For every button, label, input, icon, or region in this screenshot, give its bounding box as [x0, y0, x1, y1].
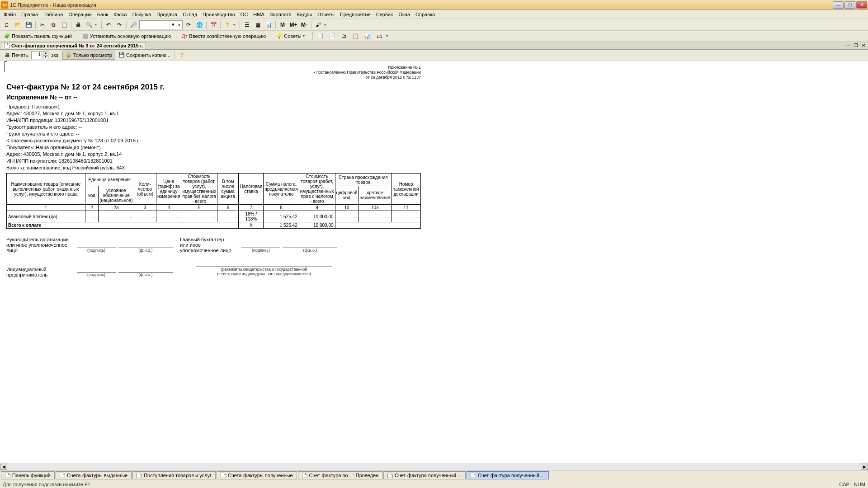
dropdown-icon[interactable]: ▾: [303, 34, 307, 38]
search-icon[interactable]: 🔎: [128, 20, 138, 30]
table-icon[interactable]: ▦: [253, 20, 263, 30]
menu-salary[interactable]: Зарплата: [267, 11, 294, 18]
tab-received-invoices[interactable]: Счета-фактуры полученные: [217, 471, 297, 479]
print-icon[interactable]: 🖶: [73, 20, 83, 30]
report1-icon[interactable]: 📑: [316, 31, 326, 41]
menu-hr[interactable]: Кадры: [294, 11, 315, 18]
combo-clear-icon[interactable]: ×: [176, 22, 182, 28]
combo-arrow-icon[interactable]: ▾: [170, 22, 176, 28]
dropdown-icon[interactable]: ▾: [324, 23, 329, 27]
menu-windows[interactable]: Окна: [396, 11, 413, 18]
dropdown-icon[interactable]: ▾: [386, 34, 391, 38]
invoice-subtitle: Исправление № -- от --: [6, 94, 421, 101]
enter-op-button[interactable]: Дт Ввести хозяйственную операцию: [179, 32, 268, 41]
document-icon: [302, 473, 307, 478]
menu-service[interactable]: Сервис: [373, 11, 396, 18]
save-copy-button[interactable]: 💾 Сохранить копию...: [116, 51, 173, 60]
copy-icon[interactable]: ⧉: [48, 20, 58, 30]
menu-table[interactable]: Таблица: [41, 11, 66, 18]
save-copy-label: Сохранить копию...: [126, 52, 170, 58]
refresh-icon[interactable]: ⟳: [184, 20, 193, 30]
menu-help[interactable]: Справка: [413, 11, 438, 18]
help2-icon[interactable]: ?: [177, 50, 187, 60]
text-cursor: [5, 61, 7, 72]
undo-icon[interactable]: ↶: [104, 20, 113, 30]
tab-invoice-received-1[interactable]: Счет-фактура полученный ...: [383, 471, 466, 479]
document-icon: [387, 473, 393, 478]
menu-stock[interactable]: Склад: [180, 11, 200, 18]
search-combo[interactable]: ▾ ×: [139, 20, 183, 29]
chart-icon[interactable]: 📊: [264, 20, 274, 30]
menu-prod[interactable]: Производство: [200, 11, 238, 18]
horizontal-scrollbar[interactable]: ◀ ▶: [0, 463, 868, 470]
menu-buy[interactable]: Покупка: [130, 11, 154, 18]
new-icon[interactable]: 🗋: [2, 20, 12, 30]
list-icon[interactable]: ☰: [242, 20, 252, 30]
report2-icon[interactable]: 📄: [327, 31, 337, 41]
show-panel-button[interactable]: 🧩 Показать панель функций: [2, 32, 74, 41]
brush-icon[interactable]: 🖌: [313, 20, 323, 30]
document-tab[interactable]: Счет-фактура полученный № 3 от 24 сентяб…: [1, 42, 146, 49]
spin-up-icon[interactable]: ▲: [43, 51, 48, 55]
tab-issued-invoices[interactable]: Счета-фактуры выданные: [56, 471, 132, 479]
menu-bank[interactable]: Банк: [94, 11, 111, 18]
save-icon[interactable]: 💾: [24, 20, 33, 30]
document-icon: [221, 473, 226, 478]
tab-invoice-posted[interactable]: Счет-фактура по…: Проведен: [298, 471, 382, 479]
scroll-right-icon[interactable]: ▶: [861, 464, 868, 470]
spin-down-icon[interactable]: ▼: [43, 55, 48, 59]
copies-input[interactable]: 1: [31, 51, 42, 59]
mdi-close-icon[interactable]: ✕: [860, 42, 867, 49]
menu-ops[interactable]: Операции: [66, 11, 94, 18]
maximize-button[interactable]: □: [844, 1, 855, 9]
menu-edit[interactable]: Правка: [19, 11, 41, 18]
menu-os[interactable]: ОС: [238, 11, 251, 18]
report4-icon[interactable]: 📋: [351, 31, 361, 41]
document-icon: [5, 473, 10, 478]
document-icon: [4, 43, 9, 48]
show-panel-label: Показать панель функций: [12, 33, 72, 39]
scroll-track[interactable]: [7, 464, 861, 470]
open-icon[interactable]: 📂: [13, 20, 23, 30]
mdi-minimize-icon[interactable]: —: [844, 42, 852, 49]
tab-receipts[interactable]: Поступления товаров и услуг: [132, 471, 216, 479]
mminus-icon[interactable]: M-: [299, 20, 309, 30]
scroll-left-icon[interactable]: ◀: [0, 464, 7, 470]
preview-icon[interactable]: 🔍: [84, 20, 94, 30]
m-icon[interactable]: M: [278, 20, 288, 30]
redo-icon[interactable]: ↷: [114, 20, 124, 30]
mplus-icon[interactable]: M+: [288, 20, 298, 30]
report3-icon[interactable]: 🗂: [339, 31, 349, 41]
menu-reports[interactable]: Отчеты: [315, 11, 337, 18]
dropdown-icon[interactable]: ▾: [233, 23, 238, 27]
mdi-restore-icon[interactable]: ❐: [852, 42, 859, 49]
menu-nma[interactable]: НМА: [250, 11, 267, 18]
paste-icon[interactable]: 📋: [59, 20, 69, 30]
action-toolbar: 🧩 Показать панель функций 🏢 Установить о…: [0, 31, 868, 42]
menu-kassa[interactable]: Касса: [111, 11, 130, 18]
table-row: Авансовый платеж (да) -- -- -- -- -- -- …: [7, 211, 421, 222]
minimize-button[interactable]: —: [833, 1, 844, 9]
set-org-button[interactable]: 🏢 Установить основную организацию: [80, 32, 174, 41]
document-area[interactable]: Приложение № 1 к постановлению Правитель…: [0, 61, 868, 463]
report6-icon[interactable]: 🗃: [374, 31, 384, 41]
caps-indicator: CAP: [839, 482, 849, 487]
world-icon[interactable]: 🌐: [194, 20, 204, 30]
calendar-icon[interactable]: 📅: [208, 20, 218, 30]
dropdown-icon[interactable]: ▾: [95, 23, 99, 27]
print-button[interactable]: 🖶 Печать: [2, 51, 30, 60]
help-icon[interactable]: ?: [222, 20, 232, 30]
report5-icon[interactable]: 📊: [363, 31, 373, 41]
menu-enterprise[interactable]: Предприятие: [337, 11, 373, 18]
cut-icon[interactable]: ✂: [38, 20, 47, 30]
title-bar: 1C 1С:Предприятие - Наша организация — □…: [0, 0, 868, 10]
viewonly-toggle[interactable]: 🔒 Только просмотр: [62, 51, 115, 60]
menu-sell[interactable]: Продажа: [154, 11, 180, 18]
print-label: Печать: [12, 52, 28, 58]
tips-button[interactable]: 💡 Советы ▾: [274, 32, 309, 41]
tab-invoice-received-2[interactable]: Счет-фактура полученный ...: [467, 471, 549, 479]
close-button[interactable]: ✕: [856, 1, 867, 9]
tab-panel-functions[interactable]: Панель функций: [1, 471, 55, 479]
menu-file[interactable]: Файл: [1, 11, 19, 18]
num-indicator: NUM: [854, 482, 865, 487]
